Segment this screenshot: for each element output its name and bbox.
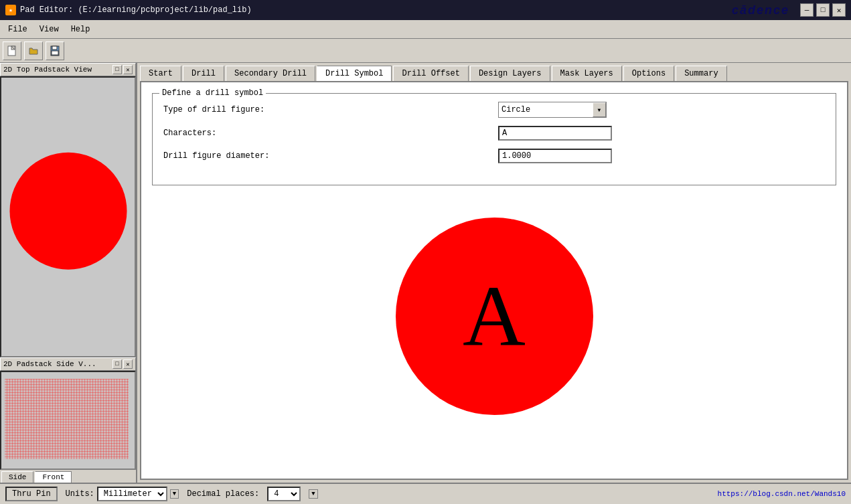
tabs-bar: Start Drill Secondary Drill Drill Symbol… — [137, 63, 851, 81]
svg-rect-4 — [52, 46, 57, 50]
new-icon — [7, 46, 17, 56]
units-section: Units: Millimeter Inch Mils ▼ — [66, 487, 179, 501]
view-tabs: Side Front — [0, 470, 136, 483]
title-bar-left: ★ Pad Editor: (E:/learning/pcbproject/li… — [5, 5, 252, 15]
units-select[interactable]: Millimeter Inch Mils — [97, 487, 167, 501]
tab-start[interactable]: Start — [140, 66, 181, 81]
pin-type: Thru Pin — [5, 487, 58, 501]
decimal-label: Decimal places: — [187, 489, 259, 499]
top-view-circle — [9, 153, 127, 270]
tab-mask-layers[interactable]: Mask Layers — [552, 66, 622, 81]
menu-file[interactable]: File — [3, 23, 33, 35]
menu-view[interactable]: View — [34, 23, 64, 35]
diameter-input[interactable] — [498, 149, 612, 163]
open-button[interactable] — [24, 41, 43, 60]
right-content: Start Drill Secondary Drill Drill Symbol… — [137, 63, 851, 483]
preview-circle: A — [396, 218, 593, 415]
side-view-header: 2D Padstack Side V... □ ✕ — [0, 357, 136, 371]
status-url: https://blog.csdn.net/Wands10 — [718, 490, 846, 498]
define-box-title: Define a drill symbol — [159, 88, 266, 98]
minimize-button[interactable]: — — [800, 3, 814, 17]
side-view-maximize[interactable]: □ — [112, 359, 122, 369]
decimal-arrow2[interactable]: ▼ — [309, 489, 317, 499]
save-icon — [50, 46, 60, 56]
title-bar-text: Pad Editor: (E:/learning/pcbproject/lib/… — [20, 5, 252, 15]
type-select[interactable]: Circle Square Hexagon Oblong — [499, 104, 593, 116]
side-view-close[interactable]: ✕ — [123, 359, 133, 369]
top-view-title: 2D Top Padstack View — [3, 66, 92, 74]
tab-secondary-drill[interactable]: Secondary Drill — [226, 66, 315, 81]
status-bar: Thru Pin Units: Millimeter Inch Mils ▼ D… — [0, 483, 851, 504]
diameter-label: Drill figure diameter: — [163, 151, 498, 161]
chars-label: Characters: — [163, 129, 498, 138]
top-view-header: 2D Top Padstack View □ ✕ — [0, 63, 136, 76]
tab-drill-symbol[interactable]: Drill Symbol — [317, 66, 392, 81]
type-label: Type of drill figure: — [163, 105, 498, 114]
tab-front[interactable]: Front — [35, 471, 72, 483]
chars-row: Characters: — [163, 126, 825, 141]
menu-help[interactable]: Help — [66, 23, 96, 35]
tab-summary[interactable]: Summary — [676, 66, 726, 81]
left-panels: 2D Top Padstack View □ ✕ 2D Padstack Sid… — [0, 63, 137, 483]
decimal-select[interactable]: 4 2 3 5 — [267, 487, 301, 501]
new-button[interactable] — [3, 41, 21, 60]
preview-area: A — [152, 199, 836, 433]
svg-rect-5 — [52, 51, 58, 55]
cadence-logo: cādence — [732, 3, 789, 17]
preview-letter: A — [463, 266, 526, 366]
decimal-arrow[interactable]: ▼ — [170, 489, 179, 499]
type-select-wrapper[interactable]: Circle Square Hexagon Oblong ▼ — [498, 102, 607, 118]
app-icon: ★ — [5, 5, 16, 15]
tab-drill[interactable]: Drill — [183, 66, 224, 81]
save-button[interactable] — [46, 41, 64, 60]
units-label: Units: — [66, 489, 94, 499]
top-view-panel: 2D Top Padstack View □ ✕ — [0, 63, 136, 357]
side-view-canvas — [0, 371, 136, 470]
top-view-canvas — [0, 76, 136, 357]
top-view-maximize[interactable]: □ — [112, 65, 122, 74]
side-view-panel: 2D Padstack Side V... □ ✕ Side Front — [0, 357, 136, 483]
title-bar: ★ Pad Editor: (E:/learning/pcbproject/li… — [0, 0, 851, 20]
define-drill-symbol-box: Define a drill symbol Type of drill figu… — [152, 93, 836, 185]
top-view-close[interactable]: ✕ — [123, 65, 133, 74]
tab-options[interactable]: Options — [623, 66, 674, 81]
tab-drill-offset[interactable]: Drill Offset — [393, 66, 468, 81]
side-view-title: 2D Padstack Side V... — [3, 360, 96, 368]
menu-bar: File View Help — [0, 20, 851, 39]
side-view-controls: □ ✕ — [112, 359, 133, 369]
close-button[interactable]: ✕ — [832, 3, 846, 17]
tab-design-layers[interactable]: Design Layers — [470, 66, 550, 81]
maximize-button[interactable]: □ — [816, 3, 830, 17]
top-view-controls: □ ✕ — [112, 65, 133, 74]
side-view-pattern — [5, 379, 129, 459]
content-panel: Define a drill symbol Type of drill figu… — [140, 81, 848, 480]
open-icon — [28, 46, 39, 56]
type-select-arrow[interactable]: ▼ — [593, 102, 606, 117]
title-bar-controls: — □ ✕ — [800, 3, 846, 17]
main-layout: 2D Top Padstack View □ ✕ 2D Padstack Sid… — [0, 63, 851, 483]
tab-side[interactable]: Side — [1, 471, 33, 483]
toolbar — [0, 39, 851, 63]
chars-input[interactable] — [498, 126, 612, 141]
type-row: Type of drill figure: Circle Square Hexa… — [163, 102, 825, 118]
diameter-row: Drill figure diameter: — [163, 149, 825, 163]
